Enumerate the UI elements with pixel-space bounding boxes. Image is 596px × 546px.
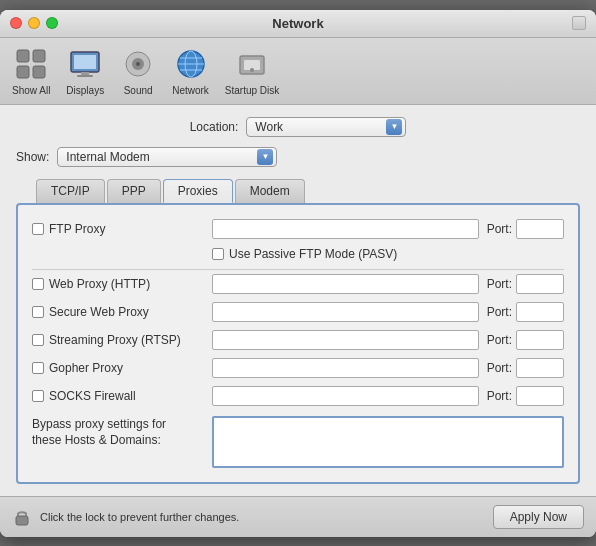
location-select[interactable]: Work Home Automatic xyxy=(246,117,406,137)
socks-firewall-row: SOCKS Firewall Port: xyxy=(32,386,564,406)
web-proxy-checkbox[interactable] xyxy=(32,278,44,290)
sound-icon xyxy=(120,46,156,82)
socks-firewall-checkbox[interactable] xyxy=(32,390,44,402)
web-port-label: Port: xyxy=(487,277,512,291)
streaming-port-input[interactable] xyxy=(516,330,564,350)
tabs-row: TCP/IP PPP Proxies Modem xyxy=(16,179,580,203)
startup-disk-icon xyxy=(234,46,270,82)
svg-rect-2 xyxy=(17,66,29,78)
lock-section: Click the lock to prevent further change… xyxy=(12,507,239,527)
show-row: Show: Internal Modem Built-in Ethernet A… xyxy=(16,147,580,167)
lock-icon[interactable] xyxy=(12,507,32,527)
gopher-port-input[interactable] xyxy=(516,358,564,378)
bypass-row: Bypass proxy settings forthese Hosts & D… xyxy=(32,416,564,468)
show-select[interactable]: Internal Modem Built-in Ethernet AirPort xyxy=(57,147,277,167)
streaming-proxy-text: Streaming Proxy (RTSP) xyxy=(49,333,181,347)
pasv-text: Use Passive FTP Mode (PASV) xyxy=(229,247,397,261)
svg-rect-3 xyxy=(33,66,45,78)
divider1 xyxy=(32,269,564,270)
displays-label: Displays xyxy=(66,85,104,96)
show-all-label: Show All xyxy=(12,85,50,96)
ftp-proxy-row: FTP Proxy Port: xyxy=(32,219,564,239)
gopher-proxy-row: Gopher Proxy Port: xyxy=(32,358,564,378)
ftp-proxy-input[interactable] xyxy=(212,219,479,239)
proxies-tab-content: FTP Proxy Port: Use Passive FTP Mode (PA… xyxy=(16,203,580,484)
web-proxy-text: Web Proxy (HTTP) xyxy=(49,277,150,291)
web-proxy-label: Web Proxy (HTTP) xyxy=(32,277,212,291)
bypass-label: Bypass proxy settings forthese Hosts & D… xyxy=(32,416,212,450)
web-port-input[interactable] xyxy=(516,274,564,294)
streaming-proxy-row: Streaming Proxy (RTSP) Port: xyxy=(32,330,564,350)
bottom-bar: Click the lock to prevent further change… xyxy=(0,496,596,537)
gopher-proxy-label: Gopher Proxy xyxy=(32,361,212,375)
toolbar: Show All Displays Sound xyxy=(0,38,596,105)
gopher-proxy-input[interactable] xyxy=(212,358,479,378)
network-icon xyxy=(173,46,209,82)
lock-text: Click the lock to prevent further change… xyxy=(40,511,239,523)
pasv-label: Use Passive FTP Mode (PASV) xyxy=(212,247,397,261)
secure-web-proxy-text: Secure Web Proxy xyxy=(49,305,149,319)
web-proxy-row: Web Proxy (HTTP) Port: xyxy=(32,274,564,294)
close-button[interactable] xyxy=(10,17,22,29)
tab-modem[interactable]: Modem xyxy=(235,179,305,203)
toolbar-item-startup-disk[interactable]: Startup Disk xyxy=(225,46,279,96)
svg-point-10 xyxy=(136,62,140,66)
socks-firewall-input[interactable] xyxy=(212,386,479,406)
bypass-input[interactable] xyxy=(212,416,564,468)
svg-point-18 xyxy=(250,68,254,72)
socks-port-label: Port: xyxy=(487,389,512,403)
secure-port-input[interactable] xyxy=(516,302,564,322)
secure-port-label: Port: xyxy=(487,305,512,319)
secure-web-proxy-input[interactable] xyxy=(212,302,479,322)
ftp-proxy-checkbox[interactable] xyxy=(32,223,44,235)
svg-rect-5 xyxy=(74,55,96,69)
streaming-proxy-checkbox[interactable] xyxy=(32,334,44,346)
minimize-button[interactable] xyxy=(28,17,40,29)
tab-tcpip[interactable]: TCP/IP xyxy=(36,179,105,203)
toolbar-item-displays[interactable]: Displays xyxy=(66,46,104,96)
socks-firewall-text: SOCKS Firewall xyxy=(49,389,136,403)
ftp-port-input[interactable] xyxy=(516,219,564,239)
svg-rect-1 xyxy=(33,50,45,62)
tabs-area: TCP/IP PPP Proxies Modem FTP Proxy Port: xyxy=(16,179,580,484)
content-area: Location: Work Home Automatic Show: Inte… xyxy=(0,105,596,496)
secure-web-proxy-row: Secure Web Proxy Port: xyxy=(32,302,564,322)
web-proxy-input[interactable] xyxy=(212,274,479,294)
socks-port-input[interactable] xyxy=(516,386,564,406)
resize-button[interactable] xyxy=(572,16,586,30)
svg-rect-0 xyxy=(17,50,29,62)
gopher-port-label: Port: xyxy=(487,361,512,375)
ftp-proxy-text: FTP Proxy xyxy=(49,222,105,236)
show-select-wrapper: Internal Modem Built-in Ethernet AirPort xyxy=(57,147,277,167)
tab-proxies[interactable]: Proxies xyxy=(163,179,233,203)
ftp-port-label: Port: xyxy=(487,222,512,236)
traffic-lights xyxy=(10,17,58,29)
apply-now-button[interactable]: Apply Now xyxy=(493,505,584,529)
location-select-wrapper: Work Home Automatic xyxy=(246,117,406,137)
pasv-row: Use Passive FTP Mode (PASV) xyxy=(32,247,564,261)
secure-web-proxy-label: Secure Web Proxy xyxy=(32,305,212,319)
streaming-proxy-label: Streaming Proxy (RTSP) xyxy=(32,333,212,347)
sound-label: Sound xyxy=(124,85,153,96)
gopher-proxy-checkbox[interactable] xyxy=(32,362,44,374)
displays-icon xyxy=(67,46,103,82)
window-title: Network xyxy=(272,16,323,31)
show-all-icon xyxy=(13,46,49,82)
title-bar: Network xyxy=(0,10,596,38)
pasv-checkbox[interactable] xyxy=(212,248,224,260)
socks-firewall-label: SOCKS Firewall xyxy=(32,389,212,403)
show-label: Show: xyxy=(16,150,49,164)
svg-rect-7 xyxy=(77,75,93,77)
toolbar-item-show-all[interactable]: Show All xyxy=(12,46,50,96)
main-window: Network Show All xyxy=(0,10,596,537)
toolbar-item-sound[interactable]: Sound xyxy=(120,46,156,96)
location-row: Location: Work Home Automatic xyxy=(16,117,580,137)
gopher-proxy-text: Gopher Proxy xyxy=(49,361,123,375)
location-label: Location: xyxy=(190,120,239,134)
secure-web-proxy-checkbox[interactable] xyxy=(32,306,44,318)
toolbar-item-network[interactable]: Network xyxy=(172,46,209,96)
maximize-button[interactable] xyxy=(46,17,58,29)
streaming-proxy-input[interactable] xyxy=(212,330,479,350)
tab-ppp[interactable]: PPP xyxy=(107,179,161,203)
startup-disk-label: Startup Disk xyxy=(225,85,279,96)
